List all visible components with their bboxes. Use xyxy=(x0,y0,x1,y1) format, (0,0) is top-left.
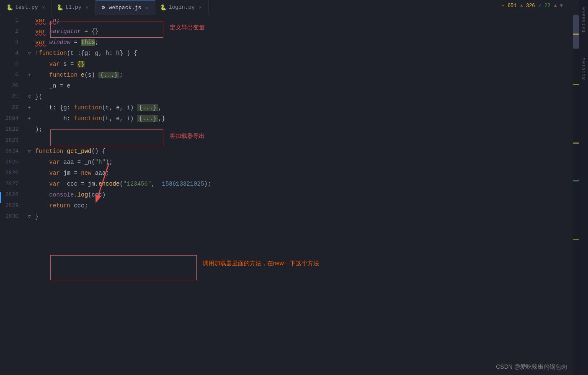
code-line-2826: 2826 var jm = new aaa; xyxy=(0,168,573,178)
code-line-3: 3 var window = this; xyxy=(0,37,573,48)
minimap-mark-5 xyxy=(573,239,579,240)
side-panel-database-label: Database xyxy=(581,7,586,32)
code-content-2: var navigator = {} xyxy=(34,26,573,37)
line-number-2804: 2804 xyxy=(0,113,25,124)
code-content-2825: var aaa = _n("h"); xyxy=(34,157,573,168)
code-content-6: function e(s) {...}; xyxy=(34,70,573,80)
fold-2804[interactable]: + xyxy=(25,113,34,124)
line-number-6: 6 xyxy=(0,70,25,80)
active-line-marker xyxy=(0,192,1,203)
code-line-4: 4 ▽ !function(t :{g: g, h: h} ) { xyxy=(0,48,573,59)
tab-close-login[interactable]: ✕ xyxy=(197,5,203,10)
fold-2825 xyxy=(25,157,34,168)
line-number-5: 5 xyxy=(0,59,25,70)
code-line-2822: 2822 ); xyxy=(0,124,573,135)
code-content-20: _n = e xyxy=(34,80,573,91)
error-count: ⚠ 326 xyxy=(520,3,535,9)
code-line-21: 21 ▽ }( xyxy=(0,91,573,102)
tab-icon-webpack: ⚙ xyxy=(101,5,106,10)
tab-label-login: login.py xyxy=(169,4,195,10)
scrollbar-thumb[interactable] xyxy=(573,15,579,49)
expand-icon[interactable]: ▲ ▼ xyxy=(554,3,563,9)
scrollbar-track xyxy=(573,15,579,375)
line-number-22: 22 xyxy=(0,102,25,113)
code-content-2829: return ccc; xyxy=(34,200,573,211)
fold-20 xyxy=(25,80,34,91)
side-panel-right: Database SciView xyxy=(579,0,588,375)
line-number-2828: 2828 xyxy=(0,189,25,200)
warning-count: ⚠ 651 xyxy=(501,3,516,9)
line-number-2: 2 xyxy=(0,26,25,37)
line-number-4: 4 xyxy=(0,48,25,59)
line-number-2830: 2830 xyxy=(0,211,25,222)
code-content-5: var s = {} xyxy=(34,59,573,70)
code-editor[interactable]: 1 var _n; 2 var navigator = {} 3 var win… xyxy=(0,15,573,375)
fold-5 xyxy=(25,59,34,70)
code-line-2830: 2830 ▽ } xyxy=(0,211,573,222)
line-number-20: 20 xyxy=(0,80,25,91)
tab-close-test[interactable]: ✕ xyxy=(41,5,46,10)
fold-3 xyxy=(25,37,34,48)
line-number-2826: 2826 xyxy=(0,168,25,178)
code-content-4: !function(t :{g: g, h: h} ) { xyxy=(34,48,573,59)
code-line-2829: 2829 return ccc; xyxy=(0,200,573,211)
code-content-2824: function get_pwd() { xyxy=(34,146,573,157)
code-content-2830: } xyxy=(34,211,573,222)
tab-icon-test: 🐍 xyxy=(7,5,13,10)
line-number-2822: 2822 xyxy=(0,124,25,135)
line-number-2823: 2823 xyxy=(0,135,25,146)
code-line-2827: 2827 var ccc = jm.encode("123456", 15861… xyxy=(0,178,573,189)
tab-webpack-js[interactable]: ⚙ webpack.js ✕ xyxy=(95,0,155,15)
minimap-mark-1 xyxy=(573,34,579,35)
code-line-2825: 2825 var aaa = _n("h"); xyxy=(0,157,573,168)
code-content-1: var _n; xyxy=(34,15,573,26)
fold-2826 xyxy=(25,168,34,178)
tab-login-py[interactable]: 🐍 login.py ✕ xyxy=(155,0,209,15)
line-number-2824: 2824 xyxy=(0,146,25,157)
fold-2822 xyxy=(25,124,34,135)
fold-2827 xyxy=(25,178,34,189)
tab-label-test: test.py xyxy=(15,4,38,10)
code-line-2804: 2804 + h: function(t, e, i) {...},} xyxy=(0,113,573,124)
code-content-2828: console.log(ccc) xyxy=(34,189,573,200)
code-line-5: 5 var s = {} xyxy=(0,59,573,70)
fold-22[interactable]: + xyxy=(25,102,34,113)
code-content-22: t: {g: function(t, e, i) {...}, xyxy=(34,102,573,113)
fold-2828 xyxy=(25,189,34,200)
code-line-1: 1 var _n; xyxy=(0,15,573,26)
code-line-2823: 2823 xyxy=(0,135,573,146)
fold-2824[interactable]: ▽ xyxy=(25,146,34,157)
line-number-2825: 2825 xyxy=(0,157,25,168)
fold-6[interactable]: + xyxy=(25,70,34,80)
code-content-21: }( xyxy=(34,91,573,102)
tab-bar: 🐍 test.py ✕ 🐍 t1.py ✕ ⚙ webpack.js ✕ 🐍 l… xyxy=(0,0,588,15)
fold-21[interactable]: ▽ xyxy=(25,91,34,102)
tab-label-webpack: webpack.js xyxy=(109,5,142,11)
tab-t1-py[interactable]: 🐍 t1.py ✕ xyxy=(52,0,95,15)
fold-2823 xyxy=(25,135,34,146)
fold-2830[interactable]: ▽ xyxy=(25,211,34,222)
line-number-3: 3 xyxy=(0,37,25,48)
tab-close-t1[interactable]: ✕ xyxy=(84,5,90,10)
code-line-2824: 2824 ▽ function get_pwd() { xyxy=(0,146,573,157)
ok-count: ✓ 22 xyxy=(539,3,551,9)
code-content-2822: ); xyxy=(34,124,573,135)
tab-icon-t1: 🐍 xyxy=(57,5,63,10)
code-content-2826: var jm = new aaa; xyxy=(34,168,573,178)
tab-icon-login: 🐍 xyxy=(160,5,166,10)
code-line-20: 20 _n = e xyxy=(0,80,573,91)
fold-2 xyxy=(25,26,34,37)
line-number-2827: 2827 xyxy=(0,178,25,189)
side-panel-sciview-label: SciView xyxy=(581,57,586,80)
line-number-2829: 2829 xyxy=(0,200,25,211)
code-line-2: 2 var navigator = {} xyxy=(0,26,573,37)
fold-2829 xyxy=(25,200,34,211)
minimap-mark-3 xyxy=(573,142,579,144)
fold-4[interactable]: ▽ xyxy=(25,48,34,59)
minimap-mark-2 xyxy=(573,84,579,85)
code-line-2828: 2828 console.log(ccc) xyxy=(0,189,573,200)
tab-close-webpack[interactable]: ✕ xyxy=(144,5,150,10)
code-content-2827: var ccc = jm.encode("123456", 1586133210… xyxy=(34,178,573,189)
tab-test-py[interactable]: 🐍 test.py ✕ xyxy=(2,0,52,15)
minimap-mark-4 xyxy=(573,180,579,181)
